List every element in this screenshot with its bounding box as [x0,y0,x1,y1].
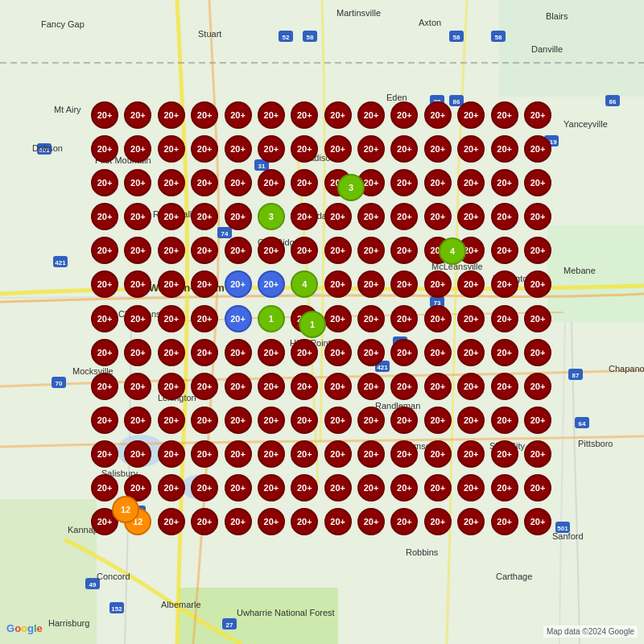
map-marker[interactable]: 20+ [258,270,285,298]
map-marker[interactable]: 20+ [491,407,518,434]
map-marker[interactable]: 20+ [390,270,418,298]
map-marker[interactable]: 20+ [390,135,418,163]
map-marker[interactable]: 20+ [457,101,485,129]
map-marker[interactable]: 20+ [291,101,318,129]
map-marker[interactable]: 20+ [491,440,518,468]
map-marker[interactable]: 20+ [390,508,418,535]
map-marker[interactable]: 20+ [457,169,485,196]
map-marker[interactable]: 20+ [524,203,551,230]
map-marker[interactable]: 20+ [324,203,352,230]
map-marker[interactable]: 20+ [191,135,218,163]
map-marker[interactable]: 20+ [91,474,118,502]
map-marker[interactable]: 20+ [291,237,318,264]
map-marker[interactable]: 20+ [491,169,518,196]
map-marker[interactable]: 20+ [291,407,318,434]
map-marker[interactable]: 20+ [390,339,418,366]
map-marker[interactable]: 20+ [158,169,185,196]
map-marker[interactable]: 20+ [390,237,418,264]
map-marker[interactable]: 20+ [324,474,352,502]
map-marker[interactable]: 20+ [457,407,485,434]
map-marker[interactable]: 20+ [124,169,151,196]
map-marker[interactable]: 20+ [324,237,352,264]
map-marker[interactable]: 20+ [390,305,418,332]
map-marker[interactable]: 20+ [324,508,352,535]
map-marker[interactable]: 20+ [390,440,418,468]
map-marker[interactable]: 20+ [324,270,352,298]
map-marker[interactable]: 20+ [491,339,518,366]
map-marker[interactable]: 20+ [390,169,418,196]
map-marker[interactable]: 20+ [357,305,385,332]
special-marker-green-3[interactable]: 3 [337,174,365,201]
map-marker[interactable]: 20+ [524,305,551,332]
map-marker[interactable]: 20+ [457,135,485,163]
map-marker[interactable]: 20+ [457,373,485,400]
special-marker-green-4[interactable]: 4 [439,237,466,265]
map-marker[interactable]: 20+ [91,440,118,468]
map-marker[interactable]: 20+ [91,373,118,400]
map-marker[interactable]: 20+ [357,508,385,535]
map-marker[interactable]: 20+ [91,101,118,129]
map-marker[interactable]: 20+ [357,203,385,230]
map-marker[interactable]: 20+ [225,237,252,264]
map-marker[interactable]: 20+ [357,339,385,366]
map-marker[interactable]: 20+ [191,339,218,366]
map-marker[interactable]: 20+ [524,169,551,196]
map-marker[interactable]: 20+ [491,474,518,502]
map-marker[interactable]: 20+ [291,474,318,502]
map-marker[interactable]: 20+ [158,101,185,129]
map-marker[interactable]: 20+ [158,440,185,468]
map-marker[interactable]: 20+ [491,373,518,400]
map-marker[interactable]: 20+ [424,407,452,434]
map-marker[interactable]: 20+ [158,305,185,332]
map-container[interactable]: 52 58 58 58 29 86 86 74 119 73 601 421 5… [0,0,644,644]
map-marker[interactable]: 20+ [191,270,218,298]
map-marker[interactable]: 20+ [390,407,418,434]
map-marker[interactable]: 20+ [225,339,252,366]
map-marker[interactable]: 20+ [158,237,185,264]
map-marker[interactable]: 20+ [258,237,285,264]
map-marker[interactable]: 20+ [158,373,185,400]
map-marker[interactable]: 20+ [524,508,551,535]
map-marker[interactable]: 20+ [191,203,218,230]
map-marker[interactable]: 20+ [258,508,285,535]
map-marker[interactable]: 20+ [225,203,252,230]
map-marker[interactable]: 20+ [491,237,518,264]
map-marker[interactable]: 20+ [225,407,252,434]
map-marker[interactable]: 20+ [291,440,318,468]
map-marker[interactable]: 20+ [258,339,285,366]
map-marker[interactable]: 20+ [124,270,151,298]
map-marker[interactable]: 20+ [158,474,185,502]
map-marker[interactable]: 4 [291,270,318,298]
special-marker-orange-12[interactable]: 12 [112,496,139,523]
map-marker[interactable]: 20+ [524,474,551,502]
map-marker[interactable]: 20+ [158,135,185,163]
map-marker[interactable]: 20+ [225,440,252,468]
map-marker[interactable]: 20+ [457,203,485,230]
map-marker[interactable]: 20+ [324,135,352,163]
map-marker[interactable]: 20+ [357,407,385,434]
map-marker[interactable]: 20+ [124,101,151,129]
map-marker[interactable]: 20+ [158,203,185,230]
map-marker[interactable]: 20+ [357,440,385,468]
map-marker[interactable]: 20+ [424,339,452,366]
map-marker[interactable]: 20+ [491,270,518,298]
map-marker[interactable]: 20+ [225,373,252,400]
map-marker[interactable]: 20+ [191,169,218,196]
map-marker[interactable]: 20+ [357,270,385,298]
map-marker[interactable]: 20+ [158,407,185,434]
map-marker[interactable]: 20+ [124,440,151,468]
map-marker[interactable]: 20+ [158,508,185,535]
map-marker[interactable]: 20+ [258,407,285,434]
map-marker[interactable]: 20+ [424,101,452,129]
map-marker[interactable]: 20+ [291,169,318,196]
map-marker[interactable]: 20+ [191,407,218,434]
map-marker[interactable]: 20+ [225,135,252,163]
map-marker[interactable]: 20+ [357,135,385,163]
map-marker[interactable]: 20+ [324,407,352,434]
map-marker[interactable]: 20+ [424,270,452,298]
map-marker[interactable]: 20+ [390,474,418,502]
map-marker[interactable]: 20+ [91,407,118,434]
map-marker[interactable]: 20+ [258,474,285,502]
map-marker[interactable]: 20+ [191,373,218,400]
map-marker[interactable]: 20+ [91,135,118,163]
